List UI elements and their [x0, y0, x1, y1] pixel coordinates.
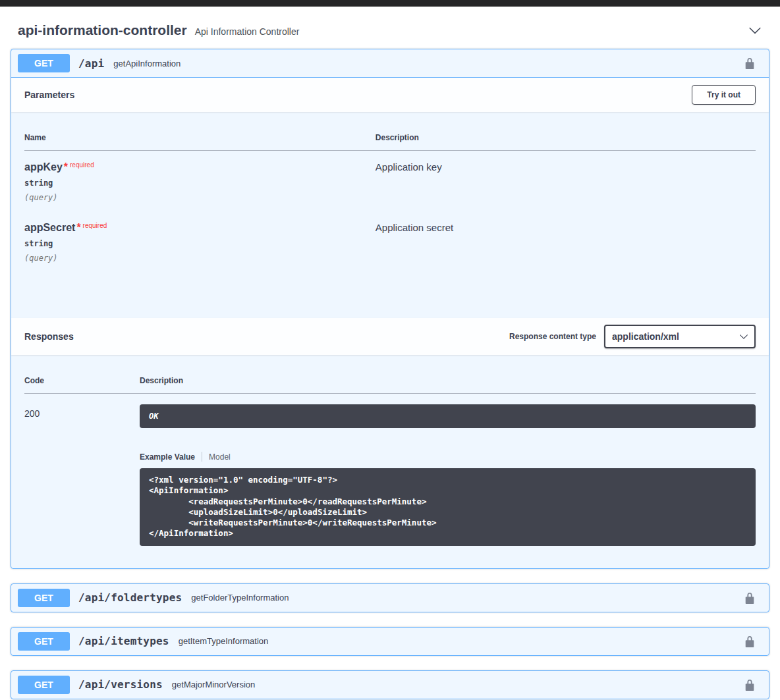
required-label: required — [83, 222, 107, 229]
chevron-down-icon — [739, 332, 748, 341]
opblock-summary-foldertypes[interactable]: GET /api/foldertypes getFolderTypeInform… — [11, 584, 769, 612]
tab-model[interactable]: Model — [209, 452, 231, 462]
parameters-section-header: Parameters Try it out — [11, 78, 769, 112]
lock-icon — [744, 596, 756, 606]
opblock-get-api-versions: GET /api/versions getMajorMinorVersion — [11, 670, 769, 699]
column-header-description: Description — [376, 125, 756, 151]
response-content-type-value: application/xml — [612, 331, 679, 342]
opblock-summary-api[interactable]: GET /api getApiInformation — [11, 49, 769, 78]
opblock-summary-itemtypes[interactable]: GET /api/itemtypes getItemTypeInformatio… — [11, 628, 769, 655]
response-description: OK — [140, 404, 756, 428]
parameter-location: (query) — [24, 193, 376, 202]
table-row: appKey*required string (query) Applicati… — [24, 151, 756, 212]
response-content-type: Response content type application/xml — [509, 325, 756, 348]
chevron-down-icon — [748, 29, 762, 39]
collapse-section-button[interactable] — [748, 24, 762, 37]
responses-table: Code Description 200 OK Example Value — [24, 368, 756, 555]
parameter-location: (query) — [24, 254, 376, 263]
parameter-description: Application secret — [376, 222, 756, 233]
api-docs-wrapper: api-information-controller Api Informati… — [0, 7, 780, 699]
lock-icon — [744, 61, 756, 71]
opblock-body: Parameters Try it out Name Description — [11, 78, 769, 568]
try-it-out-button[interactable]: Try it out — [692, 85, 756, 105]
example-tabs: Example Value Model — [140, 452, 756, 462]
parameter-name: appKey*required — [24, 161, 376, 173]
required-star: * — [76, 222, 80, 233]
column-header-description: Description — [140, 368, 756, 394]
authorize-button[interactable] — [742, 591, 757, 605]
responses-section-header: Responses Response content type applicat… — [11, 318, 769, 355]
parameter-type: string — [24, 178, 376, 188]
tag-name: api-information-controller — [18, 22, 187, 38]
authorize-button[interactable] — [742, 56, 757, 70]
tag-title: api-information-controller Api Informati… — [18, 22, 299, 38]
authorize-button[interactable] — [742, 678, 757, 692]
method-badge: GET — [18, 676, 70, 694]
operation-path: /api/versions — [78, 678, 163, 691]
opblock-get-api-itemtypes: GET /api/itemtypes getItemTypeInformatio… — [11, 627, 769, 656]
response-code: 200 — [24, 394, 140, 555]
parameters-table-area: Name Description appKey*required string — [11, 112, 769, 318]
response-content-type-label: Response content type — [509, 332, 596, 341]
method-badge: GET — [18, 632, 70, 651]
operation-path: /api/foldertypes — [78, 591, 182, 604]
response-content-type-select[interactable]: application/xml — [604, 325, 756, 348]
method-badge: GET — [18, 589, 70, 607]
tab-divider — [202, 452, 202, 462]
required-label: required — [70, 161, 94, 169]
authorize-button[interactable] — [742, 634, 757, 649]
method-badge: GET — [18, 54, 70, 72]
required-star: * — [64, 161, 68, 173]
lock-icon — [744, 639, 756, 649]
tab-example-value[interactable]: Example Value — [140, 452, 195, 462]
tag-description: Api Information Controller — [195, 26, 300, 37]
topbar-strip — [0, 0, 780, 7]
operation-summary: getItemTypeInformation — [179, 636, 269, 646]
parameter-description: Application key — [376, 161, 756, 173]
responses-table-area: Code Description 200 OK Example Value — [11, 355, 769, 568]
parameters-title: Parameters — [24, 90, 74, 100]
opblock-get-api-foldertypes: GET /api/foldertypes getFolderTypeInform… — [11, 583, 769, 612]
responses-title: Responses — [24, 331, 74, 342]
tag-section-header[interactable]: api-information-controller Api Informati… — [11, 7, 769, 49]
table-row: 200 OK Example Value Model <?xml version… — [24, 394, 756, 555]
response-example-xml: <?xml version="1.0" encoding="UTF-8"?> <… — [140, 468, 756, 546]
opblock-get-api: GET /api getApiInformation Parameters Tr… — [11, 49, 769, 569]
parameter-type: string — [24, 239, 376, 248]
operation-summary: getMajorMinorVersion — [172, 680, 255, 689]
table-row: appSecret*required string (query) Applic… — [24, 211, 756, 272]
column-header-name: Name — [24, 125, 376, 151]
parameters-table: Name Description appKey*required string — [24, 125, 756, 272]
operation-path: /api/itemtypes — [78, 635, 169, 647]
parameter-name: appSecret*required — [24, 222, 376, 234]
operation-path: /api — [78, 57, 104, 70]
operation-summary: getFolderTypeInformation — [191, 593, 289, 603]
opblock-summary-versions[interactable]: GET /api/versions getMajorMinorVersion — [11, 671, 769, 699]
lock-icon — [744, 683, 756, 693]
operation-summary: getApiInformation — [113, 59, 181, 68]
column-header-code: Code — [24, 368, 140, 394]
